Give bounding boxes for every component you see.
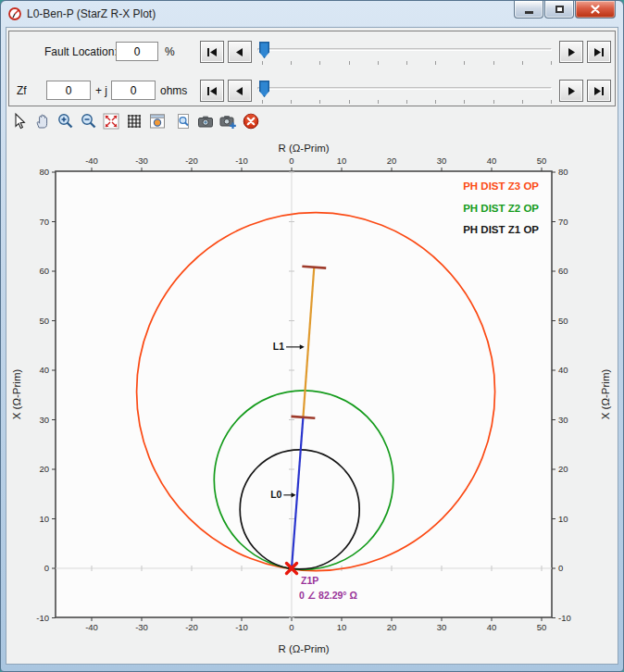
slider-tick: [406, 61, 407, 65]
zf-skip-end-button[interactable]: [587, 80, 611, 102]
snapshot-button[interactable]: [195, 111, 216, 131]
tick-label: 30: [558, 415, 568, 425]
slider-tick: [464, 61, 465, 65]
zf-slider-track[interactable]: [257, 87, 552, 90]
zf-real-input[interactable]: [46, 81, 91, 100]
fault-controls-panel: Fault Location: % Zf + j: [8, 31, 616, 106]
fault-marker-label: Z1P: [301, 575, 318, 586]
slider-tick: [378, 61, 379, 65]
skip-end-icon: [593, 47, 605, 57]
slider-tick: [349, 61, 350, 65]
tick-label: 40: [487, 156, 497, 166]
zf-step-forward-button[interactable]: [559, 80, 583, 102]
slider-tick: [493, 100, 494, 104]
fault-location-slider-thumb[interactable]: [259, 42, 269, 58]
tick-label: 10: [337, 156, 347, 166]
tick-label: 10: [337, 622, 347, 632]
fault-location-skip-end-button[interactable]: [587, 41, 611, 63]
tick-label: -10: [36, 613, 49, 623]
step-forward-icon: [566, 86, 577, 96]
slider-tick: [522, 61, 523, 65]
slider-tick: [262, 61, 263, 65]
client-area: Fault Location: % Zf + j: [6, 27, 618, 665]
zf-skip-start-button[interactable]: [200, 80, 224, 102]
tick-label: 50: [39, 316, 49, 326]
zoom-in-tool-button[interactable]: [56, 111, 76, 131]
slider-tick: [435, 100, 436, 104]
pan-tool-button[interactable]: [32, 111, 53, 131]
tick-label: 10: [558, 514, 568, 524]
grid-icon: [125, 112, 144, 131]
skip-end-icon: [593, 86, 605, 96]
zoom-out-tool-button[interactable]: [79, 111, 99, 131]
tick-label: 50: [537, 622, 547, 632]
fault-location-input[interactable]: [116, 42, 158, 61]
step-forward-icon: [566, 47, 577, 57]
minimize-button[interactable]: [514, 1, 543, 19]
legend-entry: PH DIST Z1 OP: [463, 224, 539, 235]
zoom-in-icon: [56, 112, 75, 131]
slider-tick: [291, 61, 292, 65]
slider-tick: [319, 61, 320, 65]
hand-icon: [33, 112, 52, 131]
pointer-tool-button[interactable]: [9, 111, 30, 131]
zoom-extents-icon: [102, 112, 120, 131]
close-icon: [591, 5, 600, 14]
zf-label: Zf: [17, 84, 27, 97]
tick-label: 60: [558, 266, 568, 276]
tick-label: 30: [437, 622, 447, 632]
preview-button[interactable]: [173, 111, 193, 131]
slider-tick: [319, 100, 320, 104]
slider-tick: [378, 100, 379, 104]
window-buttons: [513, 1, 616, 19]
axis-title: R (Ω-Prim): [278, 143, 329, 154]
zf-slider-thumb[interactable]: [259, 81, 269, 97]
titlebar[interactable]: L0-Ben-P (StarZ R-X Plot): [1, 1, 623, 27]
annotation-label: L1: [273, 341, 284, 352]
zoom-out-icon: [80, 112, 98, 131]
fault-location-slider-track[interactable]: [257, 48, 552, 51]
app-icon: [7, 6, 22, 21]
axis-title: R (Ω-Prim): [278, 643, 329, 654]
zf-step-back-button[interactable]: [228, 80, 252, 102]
tick-label: 50: [537, 156, 547, 166]
maximize-button[interactable]: [544, 1, 574, 19]
plot-settings-button[interactable]: [147, 111, 168, 131]
tick-label: 60: [39, 266, 49, 276]
fault-location-unit: %: [165, 45, 175, 58]
plot-window-icon: [148, 112, 167, 131]
tick-label: -30: [135, 156, 148, 166]
zf-slider[interactable]: [257, 78, 554, 106]
copy-image-button[interactable]: [218, 111, 238, 131]
plot-frame: [56, 171, 552, 617]
window-title: L0-Ben-P (StarZ R-X Plot): [27, 7, 156, 20]
skip-start-icon: [206, 86, 218, 96]
tick-label: 30: [39, 415, 49, 425]
fault-location-skip-start-button[interactable]: [200, 41, 224, 63]
fault-location-step-forward-button[interactable]: [559, 41, 583, 63]
rx-plot[interactable]: -40-40-30-30-20-20-10-100010102020303040…: [7, 139, 620, 666]
app-window: L0-Ben-P (StarZ R-X Plot) Fault Location…: [0, 0, 624, 672]
tick-label: 50: [558, 316, 568, 326]
close-plot-button[interactable]: [241, 111, 261, 131]
tick-label: 0: [44, 563, 49, 573]
tick-label: 70: [39, 217, 49, 227]
tick-label: 40: [39, 365, 49, 375]
tick-label: -20: [185, 622, 198, 632]
axis-title: X (Ω-Prim): [600, 369, 611, 420]
annotation-label: L0: [270, 489, 281, 500]
grid-toggle-button[interactable]: [124, 111, 144, 131]
slider-tick: [551, 100, 552, 104]
fault-location-slider[interactable]: [257, 39, 554, 67]
skip-start-icon: [206, 47, 218, 57]
zf-imag-input[interactable]: [111, 81, 156, 100]
slider-tick: [406, 100, 407, 104]
close-button[interactable]: [575, 1, 616, 19]
fault-location-step-back-button[interactable]: [228, 41, 252, 63]
zoom-extents-tool-button[interactable]: [101, 111, 121, 131]
plot-toolbar: [6, 109, 618, 137]
slider-tick: [435, 61, 436, 65]
tick-label: 70: [558, 217, 568, 227]
tick-label: 80: [558, 167, 568, 177]
fault-location-label: Fault Location:: [44, 45, 112, 58]
